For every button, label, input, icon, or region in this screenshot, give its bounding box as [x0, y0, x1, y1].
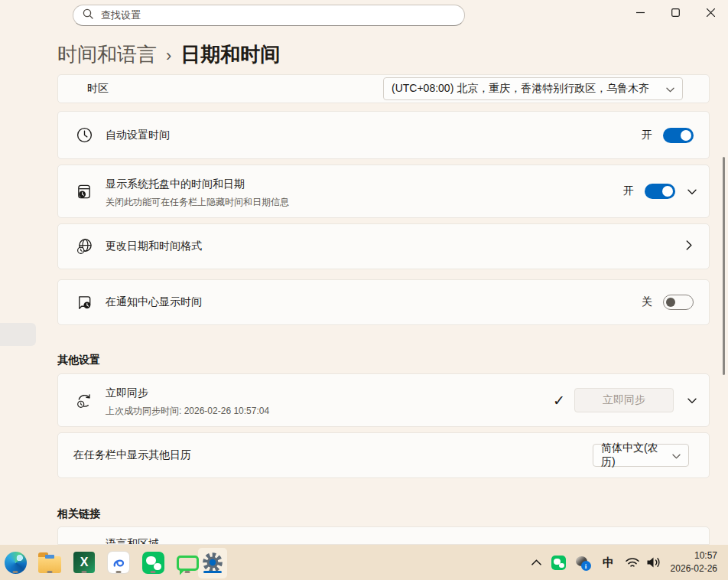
left-edge-panel — [0, 323, 36, 346]
section-other-settings: 其他设置 — [57, 354, 100, 367]
extra-calendar-label: 在任务栏中显示其他日历 — [73, 448, 191, 462]
tray-volume-icon[interactable] — [643, 545, 665, 580]
tray-datetime-description: 关闭此功能可在任务栏上隐藏时间和日期信息 — [106, 196, 289, 209]
language-region-row[interactable]: 语言和区域 — [57, 526, 710, 545]
search-placeholder: 查找设置 — [101, 8, 141, 22]
extra-calendar-row: 在任务栏中显示其他日历 简体中文(农历) — [57, 432, 710, 478]
tray-datetime-row[interactable]: 显示系统托盘中的时间和日期 关闭此功能可在任务栏上隐藏时间和日期信息 开 — [57, 165, 710, 218]
auto-time-row: 自动设置时间 开 — [57, 111, 710, 159]
notification-time-state: 关 — [642, 295, 652, 309]
tray-wifi-icon[interactable] — [622, 545, 643, 580]
tray-datetime-toggle[interactable] — [645, 184, 675, 199]
maximize-button[interactable] — [658, 0, 693, 24]
tray-info-icon[interactable]: i — [571, 545, 596, 580]
globe-clock-icon — [75, 237, 93, 256]
sync-clock-icon — [75, 391, 93, 409]
tray-datetime-state: 开 — [623, 184, 634, 198]
timezone-row: 时区 (UTC+08:00) 北京，重庆，香港特别行政区，乌鲁木齐 — [57, 74, 710, 103]
breadcrumb: 时间和语言 › 日期和时间 — [57, 41, 280, 68]
language-region-label: 语言和区域 — [106, 537, 159, 545]
taskbar-settings-icon[interactable] — [200, 550, 225, 575]
taskbar-edge-icon[interactable] — [3, 550, 28, 575]
gear-icon — [202, 552, 223, 573]
search-icon — [83, 8, 93, 22]
minimize-button[interactable] — [622, 0, 658, 24]
auto-time-label: 自动设置时间 — [106, 129, 170, 142]
taskbar: X i 中 — [0, 545, 728, 580]
change-format-label: 更改日期和时间格式 — [106, 239, 202, 253]
check-icon: ✓ — [553, 392, 565, 409]
calendar-clock-icon — [75, 182, 93, 200]
sync-now-button[interactable]: 立即同步 — [574, 388, 674, 412]
notification-clock-icon — [75, 293, 93, 311]
chevron-down-icon — [666, 83, 674, 95]
search-input[interactable]: 查找设置 — [73, 5, 465, 26]
auto-time-state: 开 — [642, 129, 652, 142]
chevron-down-icon[interactable] — [687, 393, 697, 407]
tray-datetime-label: 显示系统托盘中的时间和日期 — [106, 178, 245, 191]
tray-time: 10:57 — [671, 549, 717, 562]
section-related-links: 相关链接 — [57, 507, 100, 521]
change-format-row[interactable]: 更改日期和时间格式 — [57, 223, 710, 269]
sync-row: 立即同步 上次成功同步时间: 2026-02-26 10:57:04 ✓ 立即同… — [57, 373, 710, 427]
window-controls — [622, 0, 728, 24]
notification-time-toggle[interactable] — [663, 295, 694, 310]
timezone-dropdown[interactable]: (UTC+08:00) 北京，重庆，香港特别行政区，乌鲁木齐 — [383, 77, 683, 100]
sync-now-button-label: 立即同步 — [603, 393, 645, 407]
taskbar-blue-swirl-app-icon[interactable] — [106, 550, 131, 575]
tray-ime-icon[interactable]: 中 — [596, 545, 622, 580]
chevron-down-icon[interactable] — [687, 184, 697, 198]
tray-date: 2026-02-26 — [671, 562, 717, 575]
tray-wechat-icon[interactable] — [547, 545, 571, 580]
clock-icon — [75, 126, 93, 145]
taskbar-messages-icon[interactable] — [175, 550, 200, 575]
breadcrumb-parent[interactable]: 时间和语言 — [57, 41, 157, 68]
sync-label: 立即同步 — [106, 386, 148, 400]
taskbar-excel-icon[interactable]: X — [72, 550, 96, 575]
notification-time-row: 在通知中心显示时间 关 — [57, 279, 710, 325]
timezone-label: 时区 — [87, 82, 109, 96]
notification-time-label: 在通知中心显示时间 — [106, 295, 202, 309]
taskbar-wechat-icon[interactable] — [141, 550, 165, 575]
extra-calendar-value: 简体中文(农历) — [601, 442, 665, 469]
taskbar-file-explorer-icon[interactable] — [37, 550, 62, 575]
close-button[interactable] — [693, 0, 728, 24]
scrollbar-thumb[interactable] — [723, 157, 725, 375]
timezone-value: (UTC+08:00) 北京，重庆，香港特别行政区，乌鲁木齐 — [392, 82, 649, 96]
chevron-down-icon — [672, 449, 681, 461]
tray-chevron-up-icon[interactable] — [527, 545, 547, 580]
page-title: 日期和时间 — [180, 41, 280, 68]
breadcrumb-separator-icon: › — [166, 44, 171, 66]
sync-last-time: 上次成功同步时间: 2026-02-26 10:57:04 — [106, 405, 269, 418]
extra-calendar-dropdown[interactable]: 简体中文(农历) — [593, 444, 689, 467]
tray-clock[interactable]: 10:57 2026-02-26 — [665, 549, 728, 575]
system-tray: i 中 10:57 2026-02-26 — [527, 545, 728, 580]
auto-time-toggle[interactable] — [663, 128, 694, 143]
chevron-right-icon — [686, 239, 692, 253]
